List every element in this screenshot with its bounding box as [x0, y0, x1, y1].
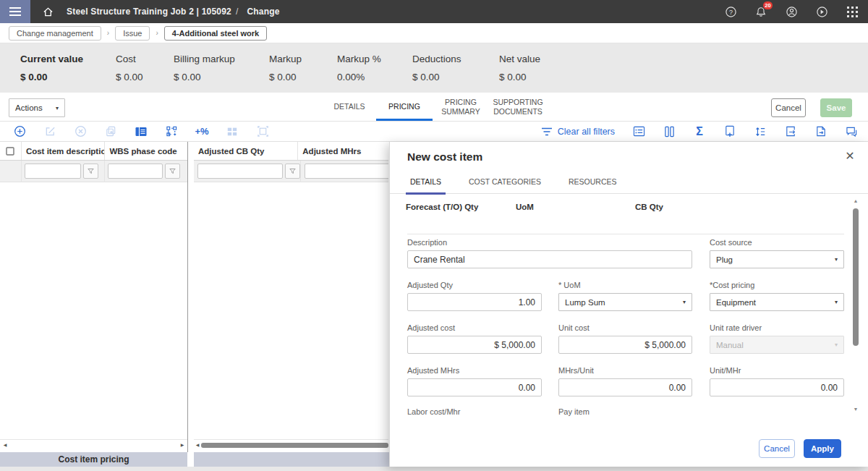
mhrs-unit-field-group: MHrs/Unit: [558, 366, 692, 396]
column-header-cost-item-description[interactable]: Cost item description: [22, 142, 106, 160]
breadcrumb-issue[interactable]: Issue: [115, 26, 150, 41]
hamburger-menu-icon[interactable]: [0, 0, 30, 23]
left-pane-horizontal-scrollbar[interactable]: ◀ ▶: [0, 439, 187, 449]
column-header-adjusted-cb-qty[interactable]: Adjusted CB Qty: [194, 142, 298, 160]
breadcrumb-current-item[interactable]: 4-Additional steel work: [164, 26, 267, 41]
new-cost-item-dialog: New cost item ✕ DETAILS COST CATEGORIES …: [389, 142, 868, 467]
comments-icon[interactable]: [845, 125, 858, 138]
filter-funnel-button[interactable]: [83, 164, 98, 179]
apps-grid-icon[interactable]: [842, 0, 862, 23]
grid-footer-label: Cost item pricing: [0, 452, 187, 467]
sum-icon[interactable]: Σ: [693, 125, 706, 138]
filter-input-adjusted-cb-qty[interactable]: [197, 164, 283, 179]
column-header-adjusted-mhrs[interactable]: Adjusted MHrs: [298, 142, 388, 160]
cost-source-select[interactable]: Plug ▾: [710, 250, 844, 268]
filter-funnel-button[interactable]: [285, 164, 300, 179]
detail-view-icon[interactable]: [632, 125, 645, 138]
pay-item-field-group: Pay item: [558, 407, 692, 420]
breadcrumb-change-management[interactable]: Change management: [9, 26, 101, 41]
metric-net-value: Net value $ 0.00: [499, 54, 570, 93]
mhrs-unit-input[interactable]: [558, 378, 692, 396]
grid-view-icon[interactable]: [226, 125, 239, 138]
notification-count-badge: 20: [763, 1, 773, 9]
summary-strip: Current value $ 0.00 Cost $ 0.00 Billing…: [0, 43, 868, 93]
select-all-checkbox[interactable]: [0, 142, 22, 160]
scroll-down-icon[interactable]: ▼: [852, 407, 859, 412]
chevron-right-icon: ›: [107, 29, 109, 37]
scroll-left-icon[interactable]: ◀: [194, 442, 201, 447]
right-pane-horizontal-scrollbar[interactable]: ◀: [194, 439, 388, 449]
labor-cost-mhr-field-group: Labor cost/Mhr: [407, 407, 542, 420]
import-document-icon[interactable]: [784, 125, 797, 138]
notifications-icon[interactable]: 20: [751, 0, 771, 23]
delete-item-icon[interactable]: [74, 125, 87, 138]
copy-icon[interactable]: [104, 125, 117, 138]
breadcrumb: Change management › Issue › 4-Additional…: [0, 23, 868, 43]
dialog-tab-resources[interactable]: RESOURCES: [564, 169, 621, 194]
edit-icon[interactable]: [43, 125, 56, 138]
help-icon[interactable]: ?: [720, 0, 741, 23]
grid-right-pane: Adjusted CB Qty Adjusted MHrs ◀: [194, 142, 388, 452]
row-height-icon[interactable]: [754, 125, 767, 138]
dialog-tabs: DETAILS COST CATEGORIES RESOURCES: [390, 169, 868, 194]
metric-deductions: Deductions $ 0.00: [412, 54, 499, 93]
description-field-group: Description: [407, 238, 692, 268]
dialog-tab-details[interactable]: DETAILS: [406, 169, 446, 194]
dialog-tab-cost-categories[interactable]: COST CATEGORIES: [464, 169, 545, 194]
tab-pricing[interactable]: PRICING: [376, 93, 433, 122]
home-icon[interactable]: [33, 0, 62, 23]
scroll-right-icon[interactable]: ▶: [179, 442, 186, 447]
scroll-up-icon[interactable]: ▲: [852, 198, 859, 203]
cancel-button[interactable]: Cancel: [771, 98, 806, 117]
unit-mhr-field-group: Unit/MHr: [710, 366, 844, 396]
view-layout-icon[interactable]: [135, 125, 148, 138]
scrollbar-thumb[interactable]: [853, 208, 859, 346]
description-input[interactable]: [407, 250, 692, 268]
column-header-wbs-phase-code[interactable]: WBS phase code: [105, 142, 187, 160]
close-icon[interactable]: ✕: [842, 148, 858, 164]
uom-select[interactable]: Lump Sum ▾: [558, 293, 692, 311]
unit-rate-driver-select: Manual ▾: [710, 336, 844, 354]
hierarchy-icon[interactable]: [165, 125, 178, 138]
grid-toolbar: +% Clear all filters Σ: [0, 122, 868, 142]
unit-cost-input[interactable]: [558, 336, 692, 354]
actions-menu-button[interactable]: Actions ▾: [9, 98, 65, 117]
section-title: Change: [247, 7, 279, 17]
launch-icon[interactable]: [812, 0, 832, 23]
tab-pricing-summary[interactable]: PRICING SUMMARY: [434, 93, 488, 122]
export-document-icon[interactable]: [814, 125, 827, 138]
add-document-icon[interactable]: [723, 125, 736, 138]
expand-selection-icon[interactable]: [256, 125, 269, 138]
filter-input-wbs-phase-code[interactable]: [108, 164, 163, 179]
filter-input-adjusted-mhrs[interactable]: [305, 164, 388, 179]
title-separator: /: [236, 7, 239, 17]
add-markup-icon[interactable]: +%: [195, 125, 208, 138]
metric-billing-markup: Billing markup $ 0.00: [174, 54, 269, 93]
dialog-vertical-scrollbar[interactable]: ▲ ▼: [852, 198, 859, 415]
unit-mhr-input[interactable]: [710, 378, 844, 396]
account-icon[interactable]: [781, 0, 801, 23]
filter-input-cost-item-description[interactable]: [25, 164, 81, 179]
adjusted-cost-input[interactable]: [407, 336, 542, 354]
scrollbar-thumb[interactable]: [201, 443, 388, 448]
toolbar-left-group: +%: [0, 125, 269, 138]
filter-funnel-button[interactable]: [165, 164, 180, 179]
dialog-apply-button[interactable]: Apply: [804, 439, 841, 458]
clear-all-filters-button[interactable]: Clear all filters: [541, 127, 615, 137]
save-button[interactable]: Save: [820, 98, 852, 117]
chevron-down-icon: ▾: [835, 256, 838, 263]
adjusted-mhrs-input[interactable]: [407, 378, 542, 396]
metric-markup: Markup $ 0.00: [269, 54, 337, 93]
adjusted-qty-input[interactable]: [407, 293, 542, 311]
metric-cost: Cost $ 0.00: [116, 54, 174, 93]
cost-pricing-select[interactable]: Equipment ▾: [710, 293, 844, 311]
scroll-left-icon[interactable]: ◀: [1, 442, 9, 447]
columns-icon[interactable]: [663, 125, 676, 138]
add-cost-item-icon[interactable]: [13, 125, 26, 138]
uom-field-group: * UoM Lump Sum ▾: [558, 281, 692, 311]
tab-details[interactable]: DETAILS: [324, 93, 375, 122]
tab-supporting-documents[interactable]: SUPPORTING DOCUMENTS: [490, 93, 545, 122]
dialog-divider: [407, 234, 844, 234]
dialog-cancel-button[interactable]: Cancel: [759, 439, 795, 458]
adjusted-qty-field-group: Adjusted Qty: [407, 281, 542, 311]
